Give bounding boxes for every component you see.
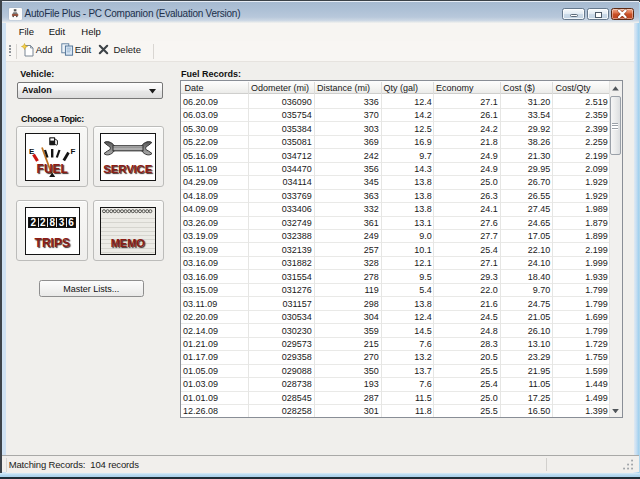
- svg-text:F: F: [70, 147, 75, 156]
